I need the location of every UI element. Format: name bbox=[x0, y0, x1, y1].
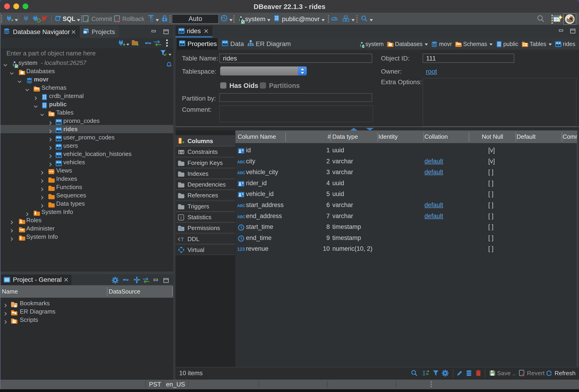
svg-text:i: i bbox=[180, 215, 181, 220]
svg-text:T: T bbox=[181, 236, 184, 242]
